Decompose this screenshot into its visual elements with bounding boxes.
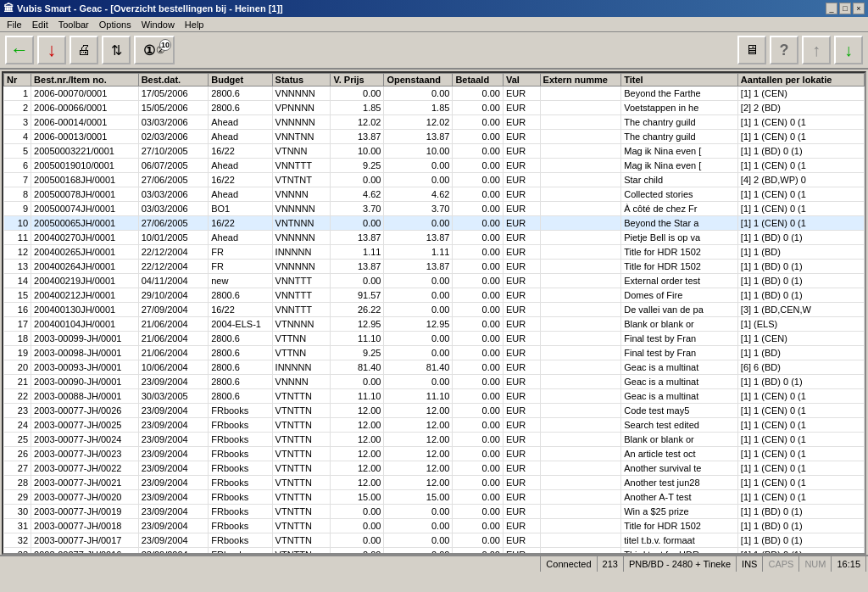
table-row[interactable]: 42006-00013/000102/03/2006AheadVNNTNN13.… [4, 130, 865, 144]
cell-budget: 2004-ELS-1 [209, 317, 272, 332]
up-button[interactable]: ↑ [802, 36, 831, 64]
cell-openstaand: 0.00 [384, 173, 453, 187]
cell-bestdat: 10/06/2004 [138, 360, 209, 375]
table-row[interactable]: 16200400130JH/000127/09/200416/22VNNTTT2… [4, 303, 865, 317]
col-bestnr[interactable]: Best.nr./Item no. [31, 74, 139, 87]
table-row[interactable]: 520050003221/000127/10/200516/22VTNNN10.… [4, 144, 865, 159]
menu-window[interactable]: Window [136, 19, 180, 31]
menu-options[interactable]: Options [94, 19, 136, 31]
cell-status: VNNTTT [272, 303, 331, 317]
cell-bestnr: 200400130JH/0001 [31, 303, 139, 317]
table-row[interactable]: 272003-00077-JH/002223/09/2004FRbooksVTN… [4, 461, 865, 476]
num-text: NUM [804, 559, 826, 569]
col-openstaand[interactable]: Openstaand [384, 74, 453, 87]
col-externnr[interactable]: Extern numme [540, 74, 621, 87]
cell-nr: 31 [4, 519, 31, 533]
stop-button[interactable]: ↓ [37, 36, 66, 64]
cell-nr: 21 [4, 375, 31, 389]
table-row[interactable]: 9200500074JH/000103/03/2006BO1VNNNNN3.70… [4, 202, 865, 216]
maximize-button[interactable]: □ [839, 3, 851, 14]
table-row[interactable]: 302003-00077-JH/001923/09/2004FRbooksVTN… [4, 505, 865, 519]
table-row[interactable]: 7200500168JH/000127/06/200516/22VTNTNT0.… [4, 173, 865, 187]
col-aantallen[interactable]: Aantallen per lokatie [737, 74, 864, 87]
cell-val: EUR [504, 548, 541, 554]
cell-aantallen: [1] 1 (BD) 0 (1) [737, 274, 864, 288]
table-row[interactable]: 620050019010/000106/07/2005AheadVNNTTT9.… [4, 159, 865, 173]
col-titel[interactable]: Titel [621, 74, 738, 87]
cell-aantallen: [1] (ELS) [737, 317, 864, 332]
cell-titel: Final test by Fran [621, 346, 738, 360]
col-val[interactable]: Val [504, 74, 541, 87]
table-row[interactable]: 292003-00077-JH/002023/09/2004FRbooksVTN… [4, 490, 865, 505]
table-row[interactable]: 192003-00098-JH/000121/06/20042800.6VTTN… [4, 346, 865, 360]
table-row[interactable]: 10200500065JH/000127/06/200516/22VNTNNN0… [4, 216, 865, 231]
table-row[interactable]: 242003-00077-JH/002523/09/2004FRbooksVTN… [4, 418, 865, 433]
cell-budget: FRbooks [209, 490, 272, 505]
cell-val: EUR [504, 87, 541, 101]
cell-budget: FRbooks [209, 548, 272, 554]
table-row[interactable]: 8200500078JH/000103/03/2006AheadVNNNN4.6… [4, 187, 865, 202]
table-row[interactable]: 262003-00077-JH/002323/09/2004FRbooksVTN… [4, 447, 865, 461]
table-row[interactable]: 13200400264JH/000122/12/2004FRVNNNNN13.8… [4, 260, 865, 274]
cell-betaald: 0.00 [453, 130, 504, 144]
cell-nr: 5 [4, 144, 31, 159]
table-row[interactable]: 182003-00099-JH/000121/06/20042800.6VTTN… [4, 332, 865, 346]
cell-val: EUR [504, 533, 541, 548]
table-row[interactable]: 32006-00014/000103/03/2006AheadVNNNNN12.… [4, 115, 865, 130]
table-row[interactable]: 12006-00070/000117/05/20062800.6VNNNNN0.… [4, 87, 865, 101]
table-row[interactable]: 252003-00077-JH/002423/09/2004FRbooksVTN… [4, 433, 865, 447]
col-budget[interactable]: Budget [209, 74, 272, 87]
cell-titel: Search test edited [621, 418, 738, 433]
menu-toolbar[interactable]: Toolbar [53, 19, 94, 31]
table-row[interactable]: 22006-00066/000115/05/20062800.6VPNNNN1.… [4, 101, 865, 115]
cell-vprijs: 0.00 [331, 519, 384, 533]
table-row[interactable]: 12200400265JH/000122/12/2004FRINNNNN1.11… [4, 245, 865, 260]
help-button[interactable]: ? [770, 36, 798, 64]
badge-button[interactable]: ① 10 ② [134, 36, 175, 64]
cell-externnr [540, 245, 621, 260]
cell-aantallen: [1] 1 (CEN) 0 (1 [737, 159, 864, 173]
monitor-button[interactable]: 🖥 [737, 36, 766, 64]
menu-edit[interactable]: Edit [27, 19, 53, 31]
table-row[interactable]: 11200400270JH/000110/01/2005AheadVNNNNN1… [4, 231, 865, 245]
back-button[interactable]: ← [5, 36, 34, 64]
col-betaald[interactable]: Betaald [453, 74, 504, 87]
cell-bestdat: 27/09/2004 [138, 303, 209, 317]
connected-text: Connected [546, 559, 591, 569]
table-row[interactable]: 312003-00077-JH/001823/09/2004FRbooksVTN… [4, 519, 865, 533]
cell-betaald: 0.00 [453, 187, 504, 202]
col-nr[interactable]: Nr [4, 74, 31, 87]
cell-aantallen: [1] 1 (CEN) 0 (1 [737, 130, 864, 144]
print-button[interactable]: 🖨 [70, 36, 98, 64]
cell-val: EUR [504, 418, 541, 433]
title-bar-buttons[interactable]: _ □ × [826, 3, 865, 14]
table-row[interactable]: 332003-00077-JH/001623/09/2004FRbooksVTN… [4, 548, 865, 554]
cell-budget: 16/22 [209, 216, 272, 231]
table-row[interactable]: 202003-00093-JH/000110/06/20042800.6INNN… [4, 360, 865, 375]
table-row[interactable]: 15200400212JH/000129/10/20042800.6VNNTTT… [4, 288, 865, 303]
table-row[interactable]: 322003-00077-JH/001723/09/2004FRbooksVTN… [4, 533, 865, 548]
col-vprijs[interactable]: V. Prijs [331, 74, 384, 87]
table-row[interactable]: 17200400104JH/000121/06/20042004-ELS-1VT… [4, 317, 865, 332]
table-row[interactable]: 222003-00088-JH/000130/03/20052800.6VTNT… [4, 389, 865, 404]
table-wrapper[interactable]: Nr Best.nr./Item no. Best.dat. Budget St… [3, 73, 865, 553]
table-row[interactable]: 232003-00077-JH/002623/09/2004FRbooksVTN… [4, 404, 865, 418]
cell-bestnr: 2006-00014/0001 [31, 115, 139, 130]
col-status[interactable]: Status [272, 74, 331, 87]
menu-file[interactable]: File [2, 19, 27, 31]
cell-bestdat: 22/12/2004 [138, 260, 209, 274]
cell-val: EUR [504, 187, 541, 202]
down-button[interactable]: ↓ [834, 36, 863, 64]
sort-button[interactable]: ⇅ [102, 36, 131, 64]
col-bestdat[interactable]: Best.dat. [138, 74, 209, 87]
table-row[interactable]: 212003-00090-JH/000123/09/20042800.6VNNN… [4, 375, 865, 389]
close-button[interactable]: × [853, 3, 865, 14]
cell-externnr [540, 476, 621, 490]
table-row[interactable]: 14200400219JH/000104/11/2004newVNNTTT0.0… [4, 274, 865, 288]
table-row[interactable]: 282003-00077-JH/002123/09/2004FRbooksVTN… [4, 476, 865, 490]
cell-aantallen: [1] 1 (CEN) [737, 87, 864, 101]
ins-text: INS [742, 559, 757, 569]
cell-bestdat: 03/03/2006 [138, 115, 209, 130]
menu-help[interactable]: Help [180, 19, 209, 31]
minimize-button[interactable]: _ [826, 3, 837, 14]
